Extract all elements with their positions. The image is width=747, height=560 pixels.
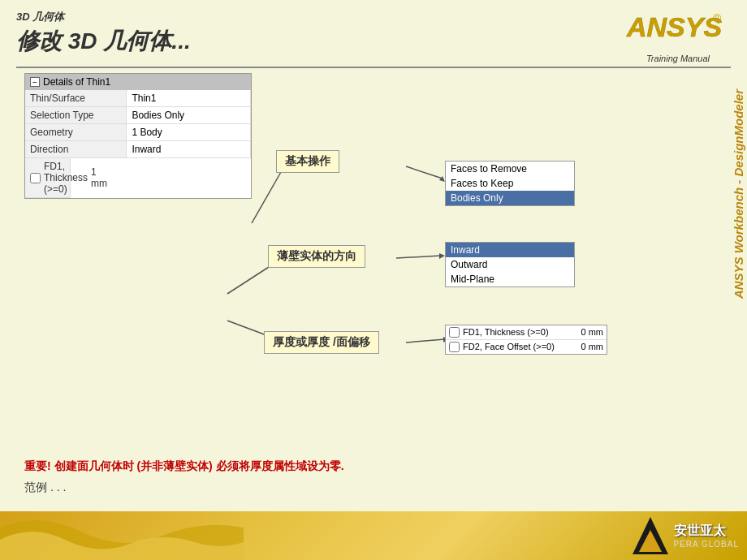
pera-triangle-logo	[633, 515, 669, 556]
fd2-value: 0 mm	[581, 342, 604, 352]
dropdown-item-bodies-only[interactable]: Bodies Only	[446, 191, 574, 205]
dropdown-item-faces-keep[interactable]: Faces to Keep	[446, 176, 574, 191]
checkbox-cell: FD1, Thickness (>=0) 1 mm	[25, 158, 71, 198]
svg-text:ANSYS: ANSYS	[626, 11, 722, 42]
row-value: Bodies Only	[127, 107, 251, 124]
right-sidebar: ANSYS Workbench - DesignModeler	[723, 81, 747, 479]
table-row-direction: Direction Inward	[25, 141, 251, 158]
dropdown-thickness-panel: FD1, Thickness (>=0) 0 mm FD2, Face Offs…	[445, 325, 607, 355]
row-value: Thin1	[127, 90, 251, 107]
example-text: 范例 . . .	[24, 480, 625, 495]
header-subtitle: 3D 几何体	[16, 10, 731, 24]
callout-thin-direction: 薄壁实体的方向	[268, 245, 365, 268]
ansys-logo-area: ANSYS ® Training Manual	[625, 8, 731, 63]
thickness-row-1: FD1, Thickness (>=0) 0 mm	[446, 325, 607, 340]
svg-line-6	[406, 339, 445, 342]
dropdown-direction-panel: Inward Outward Mid-Plane	[445, 242, 575, 287]
details-table: Thin/Surface Thin1 Selection Type Bodies…	[25, 90, 251, 198]
svg-line-3	[396, 256, 441, 258]
important-text: 重要! 创建面几何体时 (并非薄壁实体) 必须将厚度属性域设为零.	[24, 459, 625, 474]
bottom-bar: 安世亚太 PERA GLOBAL	[0, 511, 747, 560]
thickness-value: 1 mm	[91, 166, 107, 189]
header-title: 修改 3D 几何体...	[16, 26, 731, 57]
sidebar-vertical-text: ANSYS Workbench - DesignModeler	[732, 89, 745, 299]
header-divider	[16, 67, 731, 68]
row-label: Direction	[25, 141, 127, 158]
fd1-checkbox[interactable]	[449, 327, 460, 338]
fd1-label: FD1, Thickness (>=0)	[463, 327, 549, 338]
details-title: Details of Thin1	[43, 76, 110, 88]
svg-marker-1	[439, 176, 445, 182]
collapse-icon[interactable]: −	[30, 77, 40, 87]
svg-marker-4	[439, 253, 445, 259]
row-label: Geometry	[25, 124, 127, 141]
table-row-geometry: Geometry 1 Body	[25, 124, 251, 141]
callout-basic-ops: 基本操作	[276, 150, 339, 173]
bottom-section: 重要! 创建面几何体时 (并非薄壁实体) 必须将厚度属性域设为零. 范例 . .…	[24, 459, 625, 495]
dropdown-item-midplane[interactable]: Mid-Plane	[446, 272, 574, 286]
fd2-checkbox[interactable]	[449, 342, 460, 352]
svg-text:®: ®	[713, 12, 722, 25]
details-panel: − Details of Thin1 Thin/Surface Thin1 Se…	[24, 73, 252, 199]
svg-line-0	[406, 166, 443, 179]
callout-thin-direction-label: 薄壁实体的方向	[277, 249, 356, 262]
checkbox-label: FD1, Thickness (>=0)	[44, 161, 88, 195]
row-label: Thin/Surface	[25, 90, 127, 107]
pera-text-area: 安世亚太 PERA GLOBAL	[674, 523, 739, 549]
callout-thickness-label: 厚度或厚度 /面偏移	[273, 335, 370, 348]
row-label: Selection Type	[25, 107, 127, 124]
pera-logo: 安世亚太 PERA GLOBAL	[633, 515, 739, 556]
table-row: Thin/Surface Thin1	[25, 90, 251, 107]
callout-thickness: 厚度或厚度 /面偏移	[264, 331, 379, 354]
callout-basic-ops-label: 基本操作	[285, 154, 330, 167]
pera-english-name: PERA GLOBAL	[674, 540, 739, 549]
details-header: − Details of Thin1	[25, 74, 251, 90]
row-value: 1 Body	[127, 124, 251, 141]
table-row-checkbox: FD1, Thickness (>=0) 1 mm	[25, 158, 251, 199]
thickness-row-2: FD2, Face Offset (>=0) 0 mm	[446, 340, 607, 354]
training-manual-label: Training Manual	[625, 54, 731, 63]
thickness-checkbox[interactable]	[30, 173, 41, 183]
dropdown-item-inward[interactable]: Inward	[446, 243, 574, 257]
table-row: Selection Type Bodies Only	[25, 107, 251, 124]
bottom-wave-svg	[0, 511, 244, 560]
fd2-label: FD2, Face Offset (>=0)	[463, 342, 555, 352]
row-value: Inward	[127, 141, 251, 158]
dropdown-item-outward[interactable]: Outward	[446, 257, 574, 272]
fd1-value: 0 mm	[581, 327, 604, 338]
ansys-logo-svg: ANSYS ®	[625, 8, 731, 49]
svg-line-2	[252, 166, 284, 223]
pera-chinese-name: 安世亚太	[674, 523, 739, 540]
dropdown-basic-panel: Faces to Remove Faces to Keep Bodies Onl…	[445, 161, 575, 206]
dropdown-item-faces-remove[interactable]: Faces to Remove	[446, 162, 574, 176]
